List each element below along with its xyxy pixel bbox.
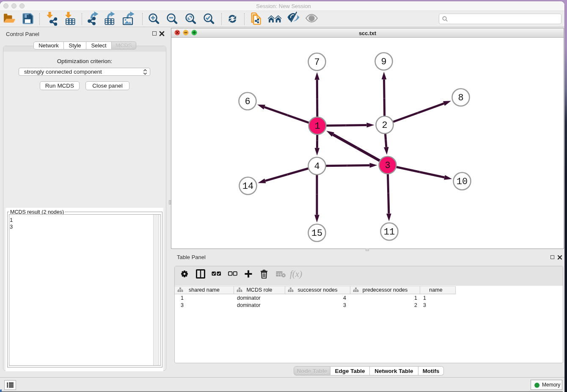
svg-text:15: 15: [311, 228, 322, 239]
svg-text:1: 1: [314, 121, 320, 132]
svg-text:11: 11: [384, 227, 395, 237]
svg-text:14: 14: [242, 181, 253, 192]
svg-text:8: 8: [458, 93, 463, 103]
svg-text:4: 4: [314, 161, 319, 172]
svg-text:7: 7: [314, 57, 319, 68]
svg-text:3: 3: [385, 160, 390, 171]
svg-text:9: 9: [381, 57, 386, 67]
svg-text:2: 2: [382, 120, 387, 131]
svg-text:10: 10: [457, 177, 468, 187]
svg-text:6: 6: [245, 97, 250, 107]
